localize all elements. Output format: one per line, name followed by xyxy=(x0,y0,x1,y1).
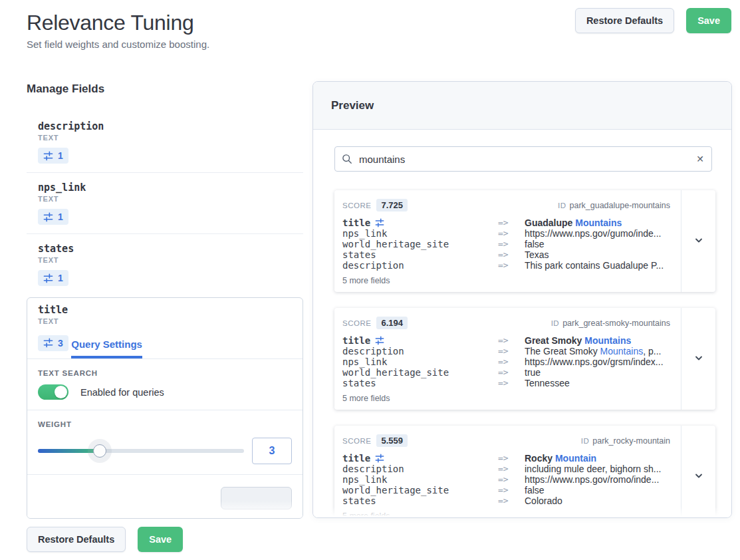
field-list-item[interactable]: states TEXT 1 xyxy=(27,233,303,295)
save-button[interactable]: Save xyxy=(686,8,731,33)
result-field-value: false xyxy=(525,485,681,495)
arrow: => xyxy=(498,453,525,464)
result-field-row: world_heritage_site => false xyxy=(342,239,681,249)
toggle-label: Enabled for queries xyxy=(80,387,164,398)
field-list-item[interactable]: nps_link TEXT 1 xyxy=(27,172,303,233)
cutoff-button[interactable] xyxy=(221,487,292,509)
result-field-value: Great Smoky Mountains xyxy=(525,335,681,346)
result-field-value: Rocky Mountain xyxy=(525,453,681,464)
preview-header: Preview xyxy=(313,82,731,130)
arrow: => xyxy=(498,367,525,378)
result-field-row: world_heritage_site => false xyxy=(342,485,681,495)
field-weight-badge: 1 xyxy=(38,148,68,164)
field-list-item[interactable]: description TEXT 1 xyxy=(27,112,303,172)
preview-title: Preview xyxy=(331,99,374,112)
expand-result-button[interactable] xyxy=(681,426,715,518)
result-field-value: This park contains Guadalupe P... xyxy=(525,260,681,271)
clear-search-icon[interactable]: ✕ xyxy=(696,153,704,165)
arrow: => xyxy=(498,260,525,271)
expand-result-button[interactable] xyxy=(681,190,715,292)
result-card: SCORE 6.194 ID park_great-smoky-mountain… xyxy=(334,308,715,410)
result-field-row: nps_link => https://www.nps.gov/gumo/ind… xyxy=(342,228,681,239)
result-field-value: https://www.nps.gov/grsm/index... xyxy=(525,356,681,367)
field-weight-badge: 1 xyxy=(38,209,68,225)
result-id: park_rocky-mountain xyxy=(592,436,670,446)
field-type-label: TEXT xyxy=(38,195,303,203)
score-label: SCORE xyxy=(342,202,371,210)
restore-defaults-button[interactable]: Restore Defaults xyxy=(575,8,674,33)
field-name: description xyxy=(38,121,303,132)
toggle-knob xyxy=(55,386,67,398)
result-field-value: Colorado xyxy=(525,495,681,506)
text-search-section: TEXT SEARCH Enabled for queries xyxy=(27,359,303,410)
result-field-key: title xyxy=(342,217,498,228)
field-type-label: TEXT xyxy=(38,134,303,142)
result-field-key: title xyxy=(342,453,498,464)
search-input[interactable] xyxy=(334,146,712,172)
weight-section: WEIGHT 3 xyxy=(27,410,303,474)
result-field-row: title => Great Smoky Mountains xyxy=(342,335,681,346)
result-field-value: true xyxy=(525,367,681,378)
slider-thumb[interactable] xyxy=(93,444,106,458)
field-weight-value: 1 xyxy=(58,211,63,222)
tab-query-settings[interactable]: Query Settings xyxy=(71,339,142,358)
results-list: SCORE 7.725 ID park_guadalupe-mountains … xyxy=(334,190,714,518)
header-actions: Restore Defaults Save xyxy=(575,8,731,33)
score-label: SCORE xyxy=(342,319,371,327)
result-field-value: including mule deer, bighorn sh... xyxy=(525,464,681,474)
sliders-icon xyxy=(43,212,53,222)
sliders-icon xyxy=(375,336,384,345)
score-label: SCORE xyxy=(342,437,371,445)
weight-label: WEIGHT xyxy=(38,420,292,428)
field-weight-value: 1 xyxy=(58,150,63,161)
arrow: => xyxy=(498,249,525,260)
chevron-down-icon xyxy=(693,235,704,248)
result-id-label: ID xyxy=(551,319,560,327)
more-fields-link[interactable]: 5 more fields xyxy=(342,511,681,518)
expand-result-button[interactable] xyxy=(681,308,715,410)
result-field-value: false xyxy=(525,239,681,249)
sliders-icon xyxy=(43,338,53,348)
result-field-row: title => Rocky Mountain xyxy=(342,453,681,464)
field-name: states xyxy=(38,243,303,254)
result-field-key: states xyxy=(342,495,498,506)
page-subtitle: Set field weights and customize boosting… xyxy=(27,39,731,50)
result-field-row: nps_link => https://www.nps.gov/romo/ind… xyxy=(342,474,681,485)
arrow: => xyxy=(498,485,525,495)
text-search-toggle[interactable] xyxy=(38,384,68,400)
weight-slider[interactable] xyxy=(38,438,244,464)
search-icon xyxy=(342,154,352,167)
result-field-key: world_heritage_site xyxy=(342,485,498,495)
arrow: => xyxy=(498,464,525,474)
search-box: ✕ xyxy=(334,146,712,172)
save-button-footer[interactable]: Save xyxy=(138,527,183,552)
result-field-row: states => Tennessee xyxy=(342,378,681,388)
result-field-value: The Great Smoky Mountains, p... xyxy=(525,346,681,356)
result-id-label: ID xyxy=(581,437,590,445)
arrow: => xyxy=(498,239,525,249)
arrow: => xyxy=(498,474,525,485)
result-field-key: title xyxy=(342,335,498,346)
more-fields-link[interactable]: 5 more fields xyxy=(342,276,681,285)
score-badge: 7.725 xyxy=(376,199,408,211)
arrow: => xyxy=(498,217,525,228)
result-field-row: states => Colorado xyxy=(342,495,681,506)
more-fields-link[interactable]: 5 more fields xyxy=(342,394,681,403)
slider-fill xyxy=(38,449,100,453)
result-field-row: description => The Great Smoky Mountains… xyxy=(342,346,681,356)
result-field-key: states xyxy=(342,249,498,260)
arrow: => xyxy=(498,346,525,356)
result-field-key: world_heritage_site xyxy=(342,239,498,249)
score-badge: 5.559 xyxy=(376,434,408,447)
expanded-field-card: title TEXT 3 Query Settings TEXT SEARCH xyxy=(27,297,303,519)
result-field-row: description => including mule deer, bigh… xyxy=(342,464,681,474)
manage-fields-panel: Manage Fields description TEXT 1 nps_lin… xyxy=(27,82,303,519)
result-field-key: description xyxy=(342,346,498,356)
field-weight-badge: 3 xyxy=(38,335,68,351)
preview-panel: Preview ✕ SCORE 7.725 ID park_guadalupe-… xyxy=(312,81,732,518)
restore-defaults-button-footer[interactable]: Restore Defaults xyxy=(27,527,126,552)
field-list: description TEXT 1 nps_link TEXT 1 xyxy=(27,112,303,295)
result-field-value: Guadalupe Mountains xyxy=(525,217,681,228)
field-type-label: TEXT xyxy=(38,256,303,264)
weight-value-input[interactable]: 3 xyxy=(252,438,292,464)
